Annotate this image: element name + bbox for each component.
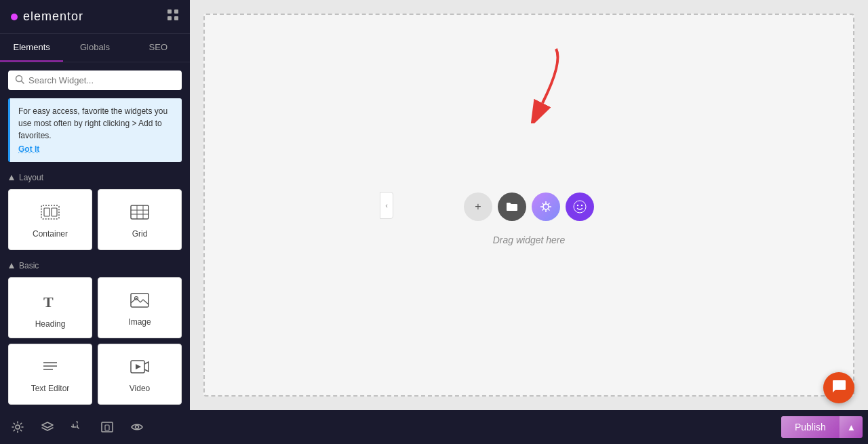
folder-button[interactable]	[498, 193, 526, 221]
sidebar: elementor Elements Globals SEO	[0, 0, 190, 410]
tab-seo[interactable]: SEO	[127, 34, 190, 62]
image-icon	[130, 293, 149, 312]
section-basic-title: Basic	[8, 261, 182, 270]
publish-group: Publish ▲	[781, 416, 863, 438]
sidebar-tabs: Elements Globals SEO	[0, 34, 190, 62]
tab-elements[interactable]: Elements	[0, 34, 63, 62]
svg-point-36	[581, 204, 583, 205]
container-icon	[41, 205, 60, 224]
container-label: Container	[33, 229, 68, 239]
svg-rect-10	[131, 205, 149, 219]
layout-widgets-grid: Container Grid	[8, 189, 182, 250]
info-box-text: For easy access, favorite the widgets yo…	[18, 106, 167, 140]
svg-point-34	[574, 201, 586, 213]
svg-rect-2	[167, 16, 172, 20]
red-arrow	[502, 42, 583, 126]
preview-button[interactable]	[125, 415, 149, 439]
grid-label: Grid	[132, 229, 148, 239]
video-label: Video	[130, 384, 150, 393]
svg-rect-0	[167, 9, 172, 14]
section-layout-title: Layout	[8, 173, 182, 182]
layers-button[interactable]	[35, 415, 60, 439]
svg-line-30	[542, 203, 545, 205]
got-it-link[interactable]: Got It	[18, 143, 174, 155]
svg-text:T: T	[43, 294, 54, 310]
svg-point-42	[136, 426, 139, 429]
drag-hint: Drag widget here	[493, 235, 566, 245]
grid-icon[interactable]	[167, 9, 179, 24]
svg-marker-6	[9, 175, 14, 180]
video-icon	[130, 359, 149, 378]
widget-text-editor[interactable]: Text Editor	[8, 344, 92, 405]
svg-rect-8	[44, 208, 50, 216]
bottom-bar: Publish ▲	[0, 410, 868, 444]
svg-rect-3	[174, 16, 178, 20]
svg-point-37	[16, 425, 20, 429]
sidebar-collapse-button[interactable]: ‹	[380, 192, 393, 219]
responsive-button[interactable]	[95, 415, 119, 439]
search-input[interactable]	[28, 75, 175, 85]
publish-expand-button[interactable]: ▲	[840, 416, 863, 438]
svg-line-39	[77, 427, 79, 428]
widget-heading[interactable]: T Heading	[8, 277, 92, 338]
svg-point-35	[577, 204, 578, 205]
drop-zone[interactable]: +	[203, 14, 854, 397]
info-box: For easy access, favorite the widgets yo…	[8, 98, 182, 162]
sidebar-header-left: elementor	[11, 9, 83, 24]
ai-button[interactable]	[532, 193, 560, 221]
svg-marker-15	[9, 263, 14, 268]
widget-video[interactable]: Video	[98, 344, 182, 405]
svg-marker-23	[136, 364, 141, 369]
svg-line-31	[548, 208, 550, 210]
sidebar-header: elementor	[0, 0, 190, 34]
chat-bubble-button[interactable]	[823, 372, 854, 403]
basic-widgets-grid: T Heading Image	[8, 277, 182, 405]
svg-rect-9	[52, 208, 57, 216]
search-icon	[15, 75, 24, 86]
svg-line-33	[542, 208, 545, 210]
sidebar-content: For easy access, favorite the widgets yo…	[0, 62, 190, 410]
brand-dot	[11, 14, 18, 20]
text-editor-label: Text Editor	[31, 384, 70, 393]
widget-grid[interactable]: Grid	[98, 189, 182, 250]
image-label: Image	[128, 317, 151, 327]
bottom-bar-left	[5, 415, 149, 439]
chat-icon	[831, 379, 846, 397]
tab-globals[interactable]: Globals	[63, 34, 126, 62]
svg-rect-1	[174, 9, 178, 14]
add-button[interactable]: +	[464, 193, 492, 221]
settings-button[interactable]	[5, 415, 30, 439]
main-canvas-area: +	[190, 0, 868, 410]
text-editor-icon	[41, 359, 60, 378]
svg-rect-41	[105, 425, 109, 430]
heading-icon: T	[41, 291, 60, 314]
svg-line-5	[22, 81, 24, 84]
svg-line-32	[548, 203, 550, 205]
heading-label: Heading	[35, 319, 66, 329]
search-box	[8, 70, 182, 90]
canvas: +	[190, 0, 868, 410]
widget-container[interactable]: Container	[8, 189, 92, 250]
widget-image[interactable]: Image	[98, 277, 182, 338]
grid-widget-icon	[130, 205, 149, 224]
history-button[interactable]	[65, 415, 90, 439]
publish-button[interactable]: Publish	[781, 416, 840, 438]
brand-title: elementor	[23, 9, 83, 24]
toolbar-buttons: +	[464, 193, 594, 221]
smiley-button[interactable]	[566, 193, 594, 221]
